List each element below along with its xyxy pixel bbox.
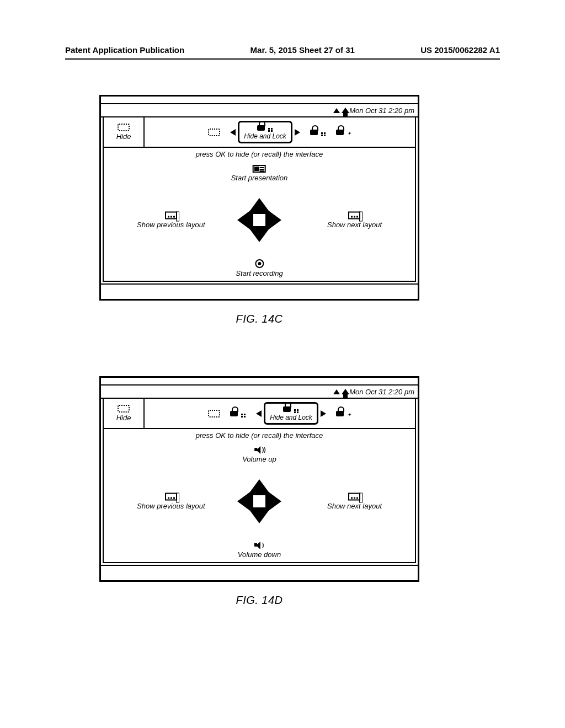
hide-label: Hide [116, 414, 131, 422]
figure-caption: FIG. 14D [99, 594, 419, 607]
volume-down-icon: ) [254, 542, 264, 549]
window-outer: Mon Oct 31 2:20 pm Hide [99, 376, 419, 582]
home-indicator [333, 108, 349, 113]
mode-menu-row: Hide [104, 399, 415, 429]
figure-14d: Mon Oct 31 2:20 pm Hide [99, 376, 419, 607]
option-hide-and-lock[interactable]: Hide and Lock [264, 402, 318, 425]
hint-text: press OK to hide (or recall) the interfa… [104, 429, 415, 441]
dpad-area: Start presentation Show previous layout … [104, 159, 415, 281]
layout-icon [165, 493, 177, 501]
selected-label: Hide and Lock [244, 132, 286, 140]
option-monitor[interactable] [208, 410, 220, 417]
hint-text: press OK to hide (or recall) the interfa… [104, 148, 415, 159]
lock-icon: ✦ [336, 410, 351, 417]
dpad[interactable] [237, 198, 281, 242]
dpad-right-icon[interactable] [265, 208, 281, 232]
option-selected-wrap: Hide and Lock [256, 402, 326, 425]
hide-option[interactable]: Hide [104, 117, 145, 147]
option-lock-1[interactable] [230, 410, 246, 417]
home-indicator [333, 389, 349, 394]
figure-14c: Mon Oct 31 2:20 pm Hide [99, 95, 419, 325]
home-icon [342, 389, 349, 394]
dpad-down-label[interactable]: Start recording [236, 259, 282, 277]
footer-spacer [101, 565, 418, 580]
dpad-down-label[interactable]: ) Volume down [238, 542, 281, 559]
header-rule [65, 58, 500, 60]
footer-spacer [101, 283, 418, 299]
dpad-right-label[interactable]: Show next layout [327, 493, 382, 510]
monitor-icon [208, 410, 220, 417]
hide-label: Hide [116, 132, 131, 141]
window-outer: Mon Oct 31 2:20 pm Hide [99, 95, 419, 301]
mode-options: Hide and Lock ✦ [145, 117, 415, 147]
dpad-up-label[interactable]: Start presentation [231, 165, 288, 182]
header-left: Patent Application Publication [65, 45, 184, 55]
dpad-right-icon[interactable] [265, 489, 281, 513]
lock-icon [310, 129, 326, 136]
up-arrow-icon [333, 389, 340, 394]
dpad-center[interactable] [253, 214, 265, 226]
layout-icon [348, 212, 360, 220]
clock-text: Mon Oct 31 2:20 pm [349, 388, 414, 396]
option-lock-3[interactable]: ✦ [336, 129, 351, 136]
header-pubnum: US 2015/0062282 A1 [420, 45, 500, 55]
lock-grid-icon [283, 405, 299, 413]
presentation-icon [253, 165, 266, 173]
option-lock-3[interactable]: ✦ [336, 410, 351, 417]
header-center: Mar. 5, 2015 Sheet 27 of 31 [250, 45, 355, 55]
dpad-left-icon[interactable] [237, 208, 254, 232]
statusbar: Mon Oct 31 2:20 pm [101, 104, 418, 117]
page-header: Patent Application Publication Mar. 5, 2… [65, 45, 500, 55]
inner-panel: Hide Hide and Lock [103, 117, 416, 282]
lock-icon [230, 410, 246, 417]
dpad-right-label[interactable]: Show next layout [327, 212, 382, 229]
up-arrow-icon [333, 108, 340, 113]
clock-text: Mon Oct 31 2:20 pm [349, 106, 414, 115]
monitor-icon [118, 405, 130, 413]
layout-icon [348, 493, 360, 501]
dpad-area: )) Volume up Show previous layout Show n… [104, 441, 415, 562]
mode-menu-row: Hide Hide and Lock [104, 117, 415, 148]
nav-left-icon[interactable] [256, 410, 262, 417]
inner-panel: Hide [103, 399, 416, 563]
figure-caption: FIG. 14C [99, 313, 419, 325]
hide-option[interactable]: Hide [104, 399, 145, 428]
volume-up-icon: )) [254, 446, 264, 454]
monitor-icon [208, 129, 220, 136]
dpad-left-label[interactable]: Show previous layout [137, 212, 205, 229]
record-icon [255, 259, 264, 268]
statusbar: Mon Oct 31 2:20 pm [101, 386, 418, 399]
dpad-center[interactable] [253, 495, 265, 507]
layout-icon [165, 212, 177, 220]
mode-options: Hide and Lock ✦ [145, 399, 415, 428]
titlebar-spacer [101, 97, 418, 104]
dpad-left-label[interactable]: Show previous layout [137, 493, 205, 510]
lock-grid-icon [257, 124, 273, 132]
dpad-left-icon[interactable] [237, 489, 254, 513]
home-icon [342, 108, 349, 113]
nav-left-icon[interactable] [230, 129, 236, 136]
dpad-up-label[interactable]: )) Volume up [242, 446, 276, 463]
option-lock-2[interactable] [310, 129, 326, 136]
option-monitor[interactable] [208, 129, 220, 136]
option-selected-wrap: Hide and Lock [230, 121, 300, 143]
titlebar-spacer [101, 378, 418, 386]
nav-right-icon[interactable] [295, 129, 300, 136]
monitor-icon [118, 124, 130, 131]
option-hide-and-lock[interactable]: Hide and Lock [238, 121, 292, 143]
dpad[interactable] [237, 479, 281, 523]
selected-label: Hide and Lock [270, 414, 312, 421]
lock-icon: ✦ [336, 129, 351, 136]
nav-right-icon[interactable] [321, 410, 326, 417]
